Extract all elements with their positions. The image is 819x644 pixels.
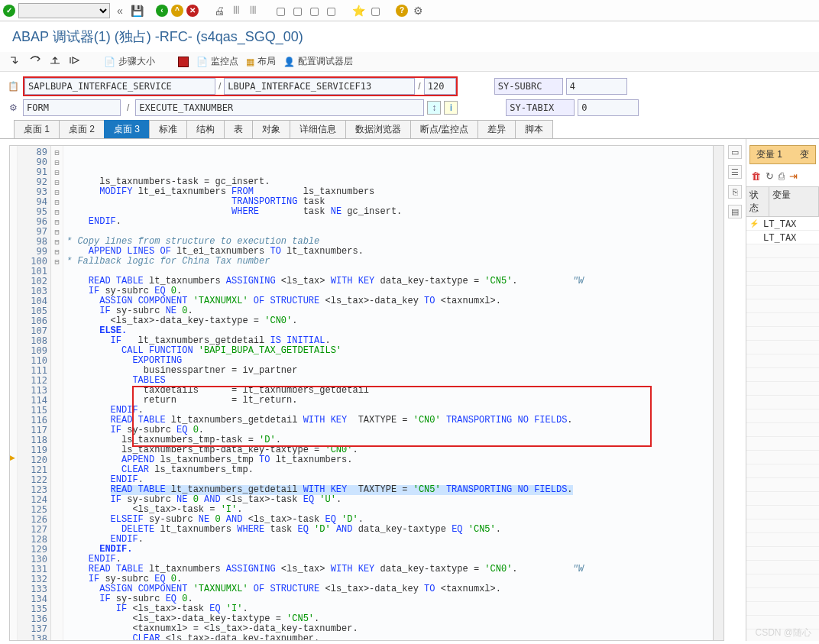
tab-11[interactable]: 脚本 [515,120,553,138]
variable-row-empty[interactable] [746,437,819,451]
variable-row-empty[interactable] [746,354,819,368]
event-type-field[interactable]: FORM [23,99,121,116]
tab-8[interactable]: 数据浏览器 [345,120,411,138]
variable-row-empty[interactable] [746,561,819,574]
exit-icon[interactable]: ^ [171,5,183,17]
variable-row-empty[interactable] [746,272,819,286]
variable-row-empty[interactable] [746,629,819,641]
code-editor[interactable]: ▶ 89909192939495969798991001011021031041… [9,145,724,641]
variable-row-empty[interactable] [746,478,819,492]
tab-10[interactable]: 差异 [477,120,516,138]
tab-2[interactable]: 桌面 3 [104,120,150,138]
variable-row-empty[interactable] [746,286,819,299]
tab-5[interactable]: 表 [224,120,253,138]
shortcut-icon[interactable]: ▢ [368,4,382,18]
ok-icon[interactable]: ✓ [3,5,15,17]
watchpoint-menu[interactable]: 📄监控点 [196,55,238,68]
variable-row-empty[interactable] [746,464,819,478]
variable-row-empty[interactable] [746,258,819,272]
favorite-icon[interactable]: ⭐ [351,4,365,18]
config-menu[interactable]: 👤配置调试器层 [283,55,353,68]
cancel-icon[interactable]: ✕ [186,5,199,17]
sy-subrc-value[interactable]: 4 [566,78,627,95]
first-page-icon[interactable]: « [113,4,127,18]
variable-row-empty[interactable] [746,547,819,561]
variable-row-empty[interactable] [746,382,819,396]
tab-9[interactable]: 断点/监控点 [410,120,478,138]
step-into-icon[interactable] [9,56,21,67]
stop-button[interactable] [178,57,189,67]
variable-row-empty[interactable] [746,327,819,341]
tab-1[interactable]: 桌面 2 [59,120,105,138]
event-name-field[interactable]: EXECUTE_TAXNUMBER [135,99,424,116]
command-field[interactable] [18,3,110,18]
save-icon[interactable]: 💾 [130,4,144,18]
variable-row-empty[interactable] [746,451,819,464]
variable-row[interactable]: LT_TAX [746,231,819,244]
gear-icon[interactable]: ⚙ [6,101,20,115]
nav-icon-2[interactable]: i [444,101,458,115]
variable-row-empty[interactable] [746,588,819,602]
step-out-icon[interactable] [49,56,61,67]
include-field[interactable]: LBUPA_INTERFACE_SERVICEF13 [224,78,415,95]
breakpoint-gutter[interactable]: ▶ [10,146,18,640]
variable-row-empty[interactable] [746,409,819,423]
tab-7[interactable]: 详细信息 [290,120,346,138]
variable-row-empty[interactable] [746,519,819,533]
tool-2-icon[interactable]: ☰ [728,165,742,179]
navigation-section: 📋 SAPLBUPA_INTERFACE_SERVICE / LBUPA_INT… [0,72,819,121]
new-session4-icon[interactable]: ▢ [324,4,338,18]
delete-icon[interactable]: 🗑 [751,170,761,182]
tool-4-icon[interactable]: ▤ [728,205,742,218]
back-icon[interactable]: ‹ [156,5,168,17]
program-field[interactable]: SAPLBUPA_INTERFACE_SERVICE [24,78,215,95]
variables-toolbar: 🗑 ↻ ⎙ ⇥ [746,169,819,183]
help-icon[interactable]: ? [396,5,408,17]
print-icon[interactable]: 🖨 [212,4,226,18]
variable-row-empty[interactable] [746,313,819,327]
tool-1-icon[interactable]: ▭ [728,145,742,159]
variable-row-empty[interactable] [746,492,819,506]
variable-row-empty[interactable] [746,506,819,519]
script-icon: 📄 [104,57,115,67]
find-next-icon[interactable]: ꔖ [246,4,260,18]
variable-row-empty[interactable] [746,396,819,409]
variable-row-empty[interactable] [746,299,819,313]
variable-row-empty[interactable] [746,602,819,616]
continue-icon[interactable] [69,56,81,67]
separator: / [215,81,224,92]
step-over-icon[interactable] [29,56,41,67]
tab-4[interactable]: 结构 [186,120,225,138]
variable-row-empty[interactable] [746,533,819,547]
user-icon: 👤 [283,57,295,67]
tool-3-icon[interactable]: ⎘ [728,185,742,199]
vertical-scrollbar[interactable] [713,146,724,640]
code-area[interactable]: ls_taxnumbers-task = gc_insert. MODIFY l… [63,146,713,640]
new-session-icon[interactable]: ▢ [274,4,287,18]
refresh-icon[interactable]: ↻ [766,170,774,182]
sy-tabix-value[interactable]: 0 [578,99,639,116]
new-session3-icon[interactable]: ▢ [307,4,321,18]
tab-0[interactable]: 桌面 1 [14,120,60,138]
tab-6[interactable]: 对象 [252,120,290,138]
variable-row-empty[interactable] [746,423,819,437]
variable-row-empty[interactable] [746,341,819,354]
sy-subrc-label: SY-SUBRC [494,78,563,95]
variable-row-empty[interactable] [746,244,819,258]
nav-icon-1[interactable]: ↕ [427,101,441,115]
variable-row-empty[interactable] [746,616,819,629]
layout-menu[interactable]: ▦布局 [246,55,276,68]
variable-row[interactable]: ⚡LT_TAX [746,217,819,231]
list-icon[interactable]: ⎙ [779,170,785,182]
new-session2-icon[interactable]: ▢ [290,4,304,18]
find-icon[interactable]: ꔖ [229,4,243,18]
tab-3[interactable]: 标准 [149,120,187,138]
fold-gutter[interactable]: ⊟⊟⊟⊟⊟⊟⊟⊟⊟⊟⊟⊟ [51,146,63,640]
settings-icon[interactable]: ⚙ [411,4,425,18]
variables-tab[interactable]: 变量 1 变 [749,145,816,164]
export-icon[interactable]: ⇥ [789,170,798,182]
variable-row-empty[interactable] [746,368,819,382]
step-size-menu[interactable]: 📄步骤大小 [104,55,155,68]
variable-row-empty[interactable] [746,574,819,588]
line-field[interactable]: 120 [424,78,456,95]
